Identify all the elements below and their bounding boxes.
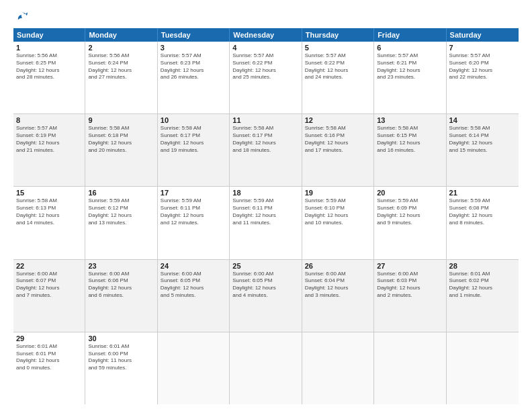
day-info: Sunrise: 6:00 AM Sunset: 6:06 PM Dayligh… xyxy=(88,271,154,300)
day-of-week-header: Thursday xyxy=(302,28,374,42)
day-of-week-header: Tuesday xyxy=(158,28,230,42)
calendar-day-cell: 21Sunrise: 5:59 AM Sunset: 6:08 PM Dayli… xyxy=(447,187,519,259)
day-number: 26 xyxy=(305,262,371,270)
calendar-day-cell: 9Sunrise: 5:58 AM Sunset: 6:18 PM Daylig… xyxy=(85,114,157,186)
day-info: Sunrise: 6:01 AM Sunset: 6:01 PM Dayligh… xyxy=(16,343,82,372)
day-number: 16 xyxy=(88,189,154,197)
day-of-week-header: Wednesday xyxy=(230,28,302,42)
calendar-day-cell: 28Sunrise: 6:01 AM Sunset: 6:02 PM Dayli… xyxy=(447,260,519,332)
day-number: 10 xyxy=(161,116,226,124)
day-number: 7 xyxy=(449,44,516,52)
day-number: 1 xyxy=(16,44,82,52)
day-info: Sunrise: 5:58 AM Sunset: 6:17 PM Dayligh… xyxy=(232,125,298,154)
day-number: 25 xyxy=(232,262,298,270)
day-number: 13 xyxy=(377,116,443,124)
calendar-body: 1Sunrise: 5:56 AM Sunset: 6:25 PM Daylig… xyxy=(13,42,519,404)
calendar-day-cell: 15Sunrise: 5:58 AM Sunset: 6:13 PM Dayli… xyxy=(13,187,85,259)
day-of-week-header: Friday xyxy=(374,28,446,42)
day-info: Sunrise: 5:57 AM Sunset: 6:23 PM Dayligh… xyxy=(161,52,226,81)
calendar-day-cell: 23Sunrise: 6:00 AM Sunset: 6:06 PM Dayli… xyxy=(85,260,157,332)
calendar-day-cell: 18Sunrise: 5:59 AM Sunset: 6:11 PM Dayli… xyxy=(230,187,302,259)
day-number: 27 xyxy=(377,262,443,270)
calendar-header: SundayMondayTuesdayWednesdayThursdayFrid… xyxy=(13,28,519,42)
day-of-week-header: Sunday xyxy=(13,28,85,42)
day-info: Sunrise: 5:57 AM Sunset: 6:21 PM Dayligh… xyxy=(377,52,443,81)
day-info: Sunrise: 5:58 AM Sunset: 6:18 PM Dayligh… xyxy=(88,125,154,154)
calendar-day-cell: 5Sunrise: 5:57 AM Sunset: 6:22 PM Daylig… xyxy=(302,42,374,113)
calendar-day-cell: 19Sunrise: 5:59 AM Sunset: 6:10 PM Dayli… xyxy=(302,187,374,259)
day-info: Sunrise: 5:57 AM Sunset: 6:22 PM Dayligh… xyxy=(232,52,298,81)
day-info: Sunrise: 5:59 AM Sunset: 6:10 PM Dayligh… xyxy=(305,197,371,226)
calendar-day-cell: 29Sunrise: 6:01 AM Sunset: 6:01 PM Dayli… xyxy=(13,332,85,404)
day-info: Sunrise: 5:56 AM Sunset: 6:25 PM Dayligh… xyxy=(16,52,82,81)
day-info: Sunrise: 5:57 AM Sunset: 6:20 PM Dayligh… xyxy=(449,52,516,81)
day-info: Sunrise: 5:58 AM Sunset: 6:17 PM Dayligh… xyxy=(161,125,226,154)
day-info: Sunrise: 5:58 AM Sunset: 6:15 PM Dayligh… xyxy=(377,125,443,154)
calendar-day-cell: 16Sunrise: 5:59 AM Sunset: 6:12 PM Dayli… xyxy=(85,187,157,259)
day-info: Sunrise: 6:00 AM Sunset: 6:07 PM Dayligh… xyxy=(16,271,82,300)
empty-day-cell xyxy=(158,332,230,404)
day-info: Sunrise: 5:59 AM Sunset: 6:09 PM Dayligh… xyxy=(377,197,443,226)
calendar-day-cell: 27Sunrise: 6:00 AM Sunset: 6:03 PM Dayli… xyxy=(374,260,446,332)
day-number: 15 xyxy=(16,189,82,197)
day-info: Sunrise: 5:58 AM Sunset: 6:16 PM Dayligh… xyxy=(305,125,371,154)
day-number: 21 xyxy=(449,189,516,197)
day-of-week-header: Saturday xyxy=(447,28,519,42)
calendar-day-cell: 3Sunrise: 5:57 AM Sunset: 6:23 PM Daylig… xyxy=(158,42,230,113)
calendar-week-row: 15Sunrise: 5:58 AM Sunset: 6:13 PM Dayli… xyxy=(13,187,519,259)
calendar-day-cell: 10Sunrise: 5:58 AM Sunset: 6:17 PM Dayli… xyxy=(158,114,230,186)
day-info: Sunrise: 5:57 AM Sunset: 6:22 PM Dayligh… xyxy=(305,52,371,81)
calendar-day-cell: 22Sunrise: 6:00 AM Sunset: 6:07 PM Dayli… xyxy=(13,260,85,332)
calendar-week-row: 22Sunrise: 6:00 AM Sunset: 6:07 PM Dayli… xyxy=(13,260,519,332)
day-info: Sunrise: 5:56 AM Sunset: 6:24 PM Dayligh… xyxy=(88,52,154,81)
calendar-day-cell: 14Sunrise: 5:58 AM Sunset: 6:14 PM Dayli… xyxy=(447,114,519,186)
calendar-week-row: 1Sunrise: 5:56 AM Sunset: 6:25 PM Daylig… xyxy=(13,42,519,114)
day-info: Sunrise: 6:00 AM Sunset: 6:05 PM Dayligh… xyxy=(161,271,226,300)
day-number: 17 xyxy=(161,189,226,197)
day-number: 2 xyxy=(88,44,154,52)
day-number: 29 xyxy=(16,334,82,342)
calendar-day-cell: 4Sunrise: 5:57 AM Sunset: 6:22 PM Daylig… xyxy=(230,42,302,113)
day-number: 28 xyxy=(449,262,516,270)
day-number: 24 xyxy=(161,262,226,270)
day-info: Sunrise: 5:58 AM Sunset: 6:14 PM Dayligh… xyxy=(449,125,516,154)
calendar-day-cell: 6Sunrise: 5:57 AM Sunset: 6:21 PM Daylig… xyxy=(374,42,446,113)
logo xyxy=(13,11,30,23)
calendar-day-cell: 17Sunrise: 5:59 AM Sunset: 6:11 PM Dayli… xyxy=(158,187,230,259)
day-number: 20 xyxy=(377,189,443,197)
empty-day-cell xyxy=(302,332,374,404)
calendar-week-row: 29Sunrise: 6:01 AM Sunset: 6:01 PM Dayli… xyxy=(13,332,519,404)
day-number: 4 xyxy=(232,44,298,52)
calendar-week-row: 8Sunrise: 5:57 AM Sunset: 6:19 PM Daylig… xyxy=(13,114,519,187)
day-of-week-header: Monday xyxy=(85,28,157,42)
calendar-day-cell: 8Sunrise: 5:57 AM Sunset: 6:19 PM Daylig… xyxy=(13,114,85,186)
day-number: 6 xyxy=(377,44,443,52)
day-info: Sunrise: 5:59 AM Sunset: 6:12 PM Dayligh… xyxy=(88,197,154,226)
day-info: Sunrise: 5:57 AM Sunset: 6:19 PM Dayligh… xyxy=(16,125,82,154)
header xyxy=(13,11,519,23)
day-info: Sunrise: 6:00 AM Sunset: 6:03 PM Dayligh… xyxy=(377,271,443,300)
empty-day-cell xyxy=(230,332,302,404)
day-info: Sunrise: 6:01 AM Sunset: 6:00 PM Dayligh… xyxy=(88,343,154,372)
day-number: 12 xyxy=(305,116,371,124)
day-info: Sunrise: 6:01 AM Sunset: 6:02 PM Dayligh… xyxy=(449,271,516,300)
calendar-day-cell: 11Sunrise: 5:58 AM Sunset: 6:17 PM Dayli… xyxy=(230,114,302,186)
day-number: 14 xyxy=(449,116,516,124)
calendar-day-cell: 26Sunrise: 6:00 AM Sunset: 6:04 PM Dayli… xyxy=(302,260,374,332)
day-info: Sunrise: 6:00 AM Sunset: 6:05 PM Dayligh… xyxy=(232,271,298,300)
calendar-day-cell: 25Sunrise: 6:00 AM Sunset: 6:05 PM Dayli… xyxy=(230,260,302,332)
calendar-day-cell: 2Sunrise: 5:56 AM Sunset: 6:24 PM Daylig… xyxy=(85,42,157,113)
day-info: Sunrise: 5:59 AM Sunset: 6:11 PM Dayligh… xyxy=(232,197,298,226)
day-number: 3 xyxy=(161,44,226,52)
day-number: 11 xyxy=(232,116,298,124)
day-number: 30 xyxy=(88,334,154,342)
day-number: 5 xyxy=(305,44,371,52)
calendar-day-cell: 12Sunrise: 5:58 AM Sunset: 6:16 PM Dayli… xyxy=(302,114,374,186)
day-number: 23 xyxy=(88,262,154,270)
day-info: Sunrise: 5:58 AM Sunset: 6:13 PM Dayligh… xyxy=(16,197,82,226)
empty-day-cell xyxy=(447,332,519,404)
calendar-day-cell: 20Sunrise: 5:59 AM Sunset: 6:09 PM Dayli… xyxy=(374,187,446,259)
page: SundayMondayTuesdayWednesdayThursdayFrid… xyxy=(0,0,532,411)
calendar-day-cell: 7Sunrise: 5:57 AM Sunset: 6:20 PM Daylig… xyxy=(447,42,519,113)
day-number: 8 xyxy=(16,116,82,124)
